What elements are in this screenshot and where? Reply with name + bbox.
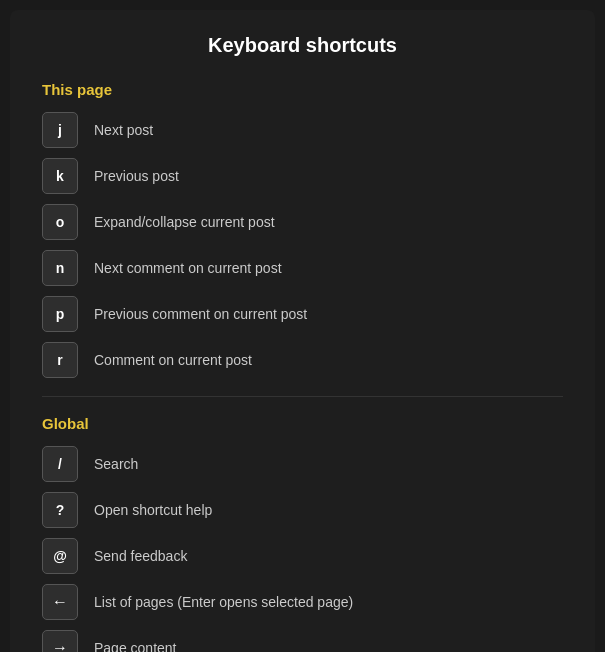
shortcut-row: n Next comment on current post bbox=[42, 250, 563, 286]
key-j: j bbox=[42, 112, 78, 148]
shortcut-row: j Next post bbox=[42, 112, 563, 148]
shortcut-next-comment-label: Next comment on current post bbox=[94, 260, 282, 276]
shortcut-send-feedback-label: Send feedback bbox=[94, 548, 187, 564]
shortcut-comment-label: Comment on current post bbox=[94, 352, 252, 368]
shortcut-expand-collapse-label: Expand/collapse current post bbox=[94, 214, 275, 230]
section-divider bbox=[42, 396, 563, 397]
shortcut-page-content-label: Page content bbox=[94, 640, 177, 652]
shortcut-row: r Comment on current post bbox=[42, 342, 563, 378]
key-p: p bbox=[42, 296, 78, 332]
shortcut-list-pages-label: List of pages (Enter opens selected page… bbox=[94, 594, 353, 610]
shortcut-row: o Expand/collapse current post bbox=[42, 204, 563, 240]
key-n: n bbox=[42, 250, 78, 286]
shortcut-row: → Page content bbox=[42, 630, 563, 652]
section-global-label: Global bbox=[42, 415, 563, 432]
shortcut-search-label: Search bbox=[94, 456, 138, 472]
key-k: k bbox=[42, 158, 78, 194]
shortcut-row: k Previous post bbox=[42, 158, 563, 194]
shortcut-previous-post-label: Previous post bbox=[94, 168, 179, 184]
key-left-arrow: ← bbox=[42, 584, 78, 620]
shortcut-row: ? Open shortcut help bbox=[42, 492, 563, 528]
key-at: @ bbox=[42, 538, 78, 574]
shortcut-row: / Search bbox=[42, 446, 563, 482]
key-question: ? bbox=[42, 492, 78, 528]
shortcut-open-help-label: Open shortcut help bbox=[94, 502, 212, 518]
key-right-arrow: → bbox=[42, 630, 78, 652]
section-this-page: This page j Next post k Previous post o … bbox=[42, 81, 563, 378]
key-slash: / bbox=[42, 446, 78, 482]
keyboard-shortcuts-modal: Keyboard shortcuts This page j Next post… bbox=[10, 10, 595, 652]
key-r: r bbox=[42, 342, 78, 378]
shortcut-row: @ Send feedback bbox=[42, 538, 563, 574]
modal-title: Keyboard shortcuts bbox=[42, 34, 563, 57]
key-o: o bbox=[42, 204, 78, 240]
section-this-page-label: This page bbox=[42, 81, 563, 98]
section-global: Global / Search ? Open shortcut help @ S… bbox=[42, 415, 563, 652]
shortcut-row: ← List of pages (Enter opens selected pa… bbox=[42, 584, 563, 620]
shortcut-prev-comment-label: Previous comment on current post bbox=[94, 306, 307, 322]
shortcut-next-post-label: Next post bbox=[94, 122, 153, 138]
shortcut-row: p Previous comment on current post bbox=[42, 296, 563, 332]
